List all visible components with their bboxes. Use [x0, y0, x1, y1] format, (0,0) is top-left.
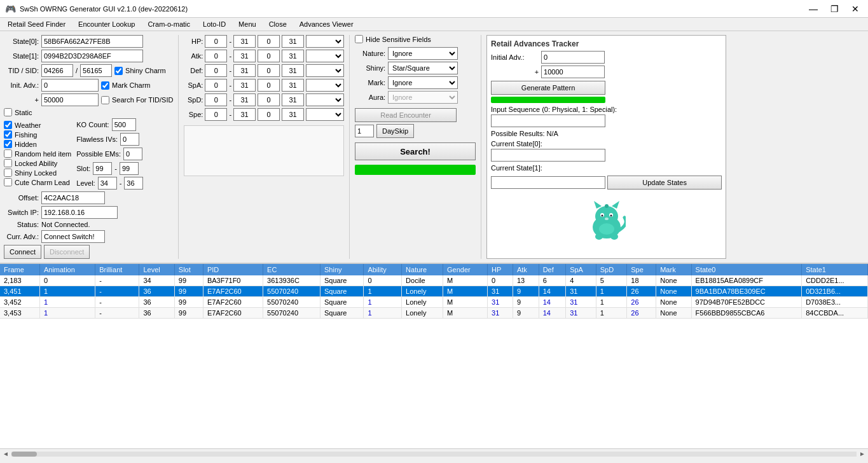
curr-adv-input[interactable]	[41, 230, 105, 243]
spd-min-input[interactable]	[205, 93, 227, 106]
spa-max-input[interactable]	[233, 79, 256, 92]
atk-extra-min[interactable]	[258, 50, 280, 62]
col-spd[interactable]: SpD	[596, 264, 627, 275]
table-row[interactable]: 3,4511-3699E7AF2C6055070240Square1Lonely…	[0, 286, 868, 297]
scroll-left-icon[interactable]: ◄	[3, 450, 9, 457]
col-def[interactable]: Def	[539, 264, 565, 275]
state1-input[interactable]	[41, 50, 143, 62]
tracker-plus-input[interactable]	[541, 66, 605, 78]
col-hp[interactable]: HP	[488, 264, 513, 275]
atk-max-input[interactable]	[233, 50, 256, 62]
horizontal-scrollbar[interactable]	[11, 452, 857, 457]
fishing-checkbox[interactable]	[4, 130, 12, 139]
slot-max-input[interactable]	[120, 162, 139, 175]
table-row[interactable]: 3,4521-3699E7AF2C6055070240Square1Lonely…	[0, 297, 868, 308]
menu-loto-id[interactable]: Loto-ID	[198, 19, 231, 29]
col-ability[interactable]: Ability	[364, 264, 402, 275]
level-max-input[interactable]	[124, 177, 143, 190]
weather-checkbox[interactable]	[4, 121, 12, 129]
shiny-locked-checkbox[interactable]	[4, 169, 12, 177]
menu-encounter-lookup[interactable]: Encounter Lookup	[73, 19, 140, 29]
spa-extra-min[interactable]	[258, 79, 280, 92]
results-table-section[interactable]: Frame Animation Brilliant Level Slot PID…	[0, 263, 868, 448]
col-spe[interactable]: Spe	[627, 264, 656, 275]
col-shiny[interactable]: Shiny	[320, 264, 364, 275]
switch-ip-input[interactable]	[41, 206, 118, 219]
menu-cram-o-matic[interactable]: Cram-o-matic	[142, 19, 195, 29]
atk-min-input[interactable]	[205, 50, 227, 62]
search-button[interactable]: Search!	[355, 142, 476, 160]
col-pid[interactable]: PID	[203, 264, 263, 275]
current-state0-input[interactable]	[491, 149, 605, 162]
atk-extra-max[interactable]	[282, 50, 304, 62]
dayskip-button[interactable]: DaySkip	[376, 124, 414, 138]
flawless-ivs-input[interactable]	[120, 133, 139, 146]
col-state1[interactable]: State1	[802, 264, 868, 275]
maximize-button[interactable]: ❐	[827, 3, 843, 15]
generate-pattern-button[interactable]: Generate Pattern	[491, 81, 605, 95]
aura-select[interactable]: Ignore	[388, 91, 458, 104]
col-slot[interactable]: Slot	[174, 264, 203, 275]
static-checkbox[interactable]	[4, 108, 12, 116]
offset-input[interactable]	[41, 191, 105, 204]
def-extra-min[interactable]	[258, 64, 280, 77]
hp-max-input[interactable]	[233, 35, 256, 48]
ko-count-input[interactable]	[112, 118, 136, 131]
spd-select[interactable]	[306, 93, 344, 106]
tracker-init-adv-input[interactable]	[541, 51, 605, 64]
mark-select[interactable]: Ignore	[388, 76, 458, 89]
hp-extra-max[interactable]	[282, 35, 304, 48]
def-extra-max[interactable]	[282, 64, 304, 77]
hp-select[interactable]	[306, 35, 344, 48]
spa-extra-max[interactable]	[282, 79, 304, 92]
tid-input[interactable]	[41, 64, 73, 77]
spa-select[interactable]	[306, 79, 344, 92]
spd-extra-min[interactable]	[258, 93, 280, 106]
locked-ability-checkbox[interactable]	[4, 159, 12, 167]
spd-extra-max[interactable]	[282, 93, 304, 106]
tracker-input-seq-input[interactable]	[491, 114, 605, 127]
col-nature[interactable]: Nature	[402, 264, 443, 275]
scrollbar-thumb[interactable]	[11, 452, 37, 457]
menu-menu[interactable]: Menu	[233, 19, 261, 29]
menu-advances-viewer[interactable]: Advances Viewer	[294, 19, 359, 29]
hidden-checkbox[interactable]	[4, 140, 12, 148]
spd-max-input[interactable]	[233, 93, 256, 106]
spe-max-input[interactable]	[233, 108, 256, 121]
cute-charm-checkbox[interactable]	[4, 178, 12, 186]
level-min-input[interactable]	[98, 177, 117, 190]
mark-charm-checkbox[interactable]	[101, 81, 109, 90]
def-max-input[interactable]	[233, 64, 256, 77]
shiny-charm-checkbox[interactable]	[114, 67, 123, 75]
disconnect-button[interactable]: Disconnect	[44, 245, 90, 259]
col-level[interactable]: Level	[139, 264, 174, 275]
hide-sensitive-checkbox[interactable]	[355, 35, 363, 43]
col-gender[interactable]: Gender	[443, 264, 487, 275]
col-state0[interactable]: State0	[691, 264, 802, 275]
col-atk[interactable]: Atk	[513, 264, 539, 275]
plus-input[interactable]	[41, 93, 99, 106]
hp-extra-min[interactable]	[258, 35, 280, 48]
state0-input[interactable]	[41, 35, 143, 48]
nature-select[interactable]: Ignore	[388, 47, 458, 60]
col-spa[interactable]: SpA	[566, 264, 596, 275]
shiny-select[interactable]: Star/Square	[388, 62, 458, 74]
col-animation[interactable]: Animation	[39, 264, 95, 275]
def-select[interactable]	[306, 64, 344, 77]
menu-close[interactable]: Close	[264, 19, 292, 29]
init-adv-input[interactable]	[41, 79, 99, 92]
table-row[interactable]: 2,1830-3499BA3F71F03613936CSquare0Docile…	[0, 275, 868, 286]
scrollbar-area[interactable]: ◄ ►	[0, 448, 868, 459]
menu-retail-seed-finder[interactable]: Retail Seed Finder	[3, 19, 71, 29]
hp-min-input[interactable]	[205, 35, 227, 48]
col-brilliant[interactable]: Brilliant	[95, 264, 139, 275]
update-states-button[interactable]: Update States	[607, 176, 722, 190]
close-button[interactable]: ✕	[848, 3, 863, 15]
read-encounter-button[interactable]: Read Encounter	[355, 108, 457, 122]
spe-extra-min[interactable]	[258, 108, 280, 121]
table-row[interactable]: 3,4531-3699E7AF2C6055070240Square1Lonely…	[0, 308, 868, 319]
slot-min-input[interactable]	[93, 162, 112, 175]
spe-extra-max[interactable]	[282, 108, 304, 121]
search-tid-sid-checkbox[interactable]	[101, 96, 109, 104]
def-min-input[interactable]	[205, 64, 227, 77]
